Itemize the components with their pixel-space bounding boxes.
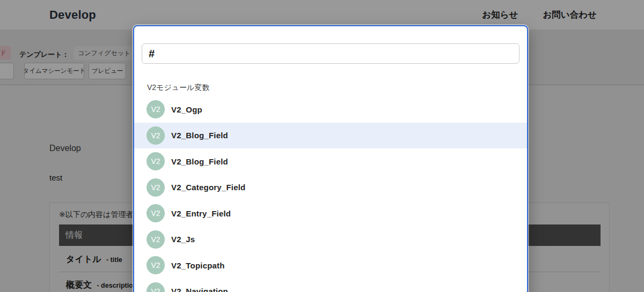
item-label: V2_Ogp: [171, 105, 202, 114]
v2-badge-icon: V2: [147, 126, 165, 145]
item-label: V2_Js: [171, 235, 195, 244]
item-label: V2_Entry_Field: [171, 209, 231, 218]
v2-badge-icon: V2: [147, 152, 165, 170]
item-label: V2_Category_Field: [171, 183, 245, 192]
search-input[interactable]: [142, 43, 519, 64]
v2-badge-icon: V2: [147, 282, 165, 292]
module-list: V2 V2_Ogp V2 V2_Blog_Field V2 V2_Blog_Fi…: [134, 96, 527, 292]
list-item[interactable]: V2 V2_Navigation: [134, 279, 527, 292]
list-item[interactable]: V2 V2_Js: [134, 227, 527, 253]
list-item[interactable]: V2 V2_Blog_Field: [134, 123, 527, 149]
item-label: V2_Blog_Field: [171, 131, 228, 140]
item-label: V2_Blog_Field: [171, 157, 228, 166]
list-item[interactable]: V2 V2_Ogp: [134, 96, 527, 123]
module-section-label: V2モジュール変数: [147, 83, 209, 93]
v2-badge-icon: V2: [147, 204, 165, 222]
page: Develop お知らせ お問い合わせ ード テンプレート： コンフィグセット：…: [0, 0, 644, 292]
list-item[interactable]: V2 V2_Blog_Field: [134, 148, 527, 175]
variable-picker-modal: V2モジュール変数 V2 V2_Ogp V2 V2_Blog_Field V2 …: [133, 25, 528, 292]
v2-badge-icon: V2: [147, 230, 165, 249]
item-label: V2_Topicpath: [171, 261, 225, 270]
item-label: V2_Navigation: [171, 287, 228, 292]
list-item[interactable]: V2 V2_Category_Field: [134, 175, 527, 201]
v2-badge-icon: V2: [147, 100, 165, 118]
list-item[interactable]: V2 V2_Entry_Field: [134, 200, 527, 227]
v2-badge-icon: V2: [147, 256, 165, 274]
v2-badge-icon: V2: [147, 178, 165, 197]
list-item[interactable]: V2 V2_Topicpath: [134, 252, 527, 279]
